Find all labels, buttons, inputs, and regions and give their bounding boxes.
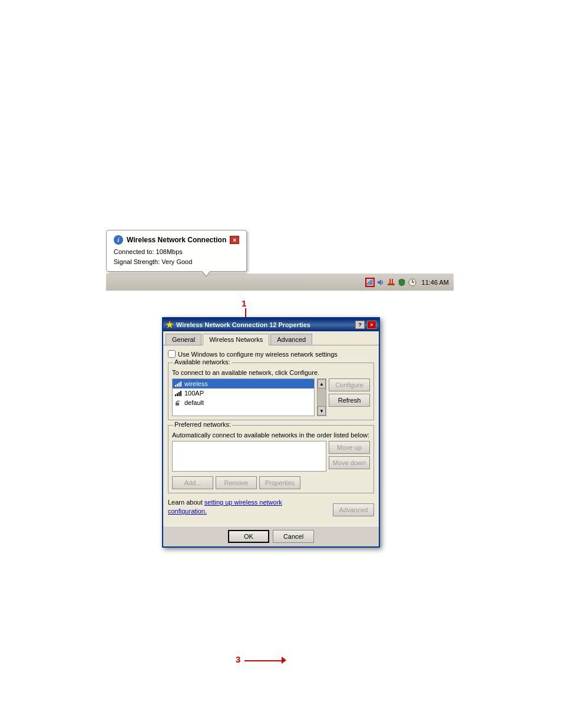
windows-configure-checkbox[interactable] <box>168 350 176 358</box>
clock-tray-icon[interactable] <box>408 278 417 287</box>
svg-rect-12 <box>177 384 178 387</box>
step3-label: 3 <box>236 654 240 664</box>
dialog-footer: OK Cancel <box>163 526 379 546</box>
scroll-down-button[interactable]: ▼ <box>318 406 326 416</box>
info-icon: i <box>114 235 123 245</box>
configure-button[interactable]: Configure <box>329 378 370 391</box>
dialog-close-button[interactable]: × <box>367 321 376 329</box>
windows-configure-checkbox-row: Use Windows to configure my wireless net… <box>168 350 374 358</box>
preferred-list-buttons: Move up Move down <box>329 441 370 469</box>
learn-link-area: Learn about setting up wireless network … <box>168 498 282 516</box>
tooltip-bubble: i Wireless Network Connection × Connecte… <box>106 230 247 272</box>
svg-rect-16 <box>177 393 178 396</box>
svg-rect-13 <box>178 383 180 387</box>
preferred-action-buttons: Add... Remove Properties <box>172 476 370 489</box>
tab-general[interactable]: General <box>166 334 201 345</box>
tooltip-close-button[interactable]: × <box>230 236 239 244</box>
step3-arrowhead <box>282 657 286 664</box>
preferred-networks-label: Preferred networks: <box>173 421 232 428</box>
network-item-default[interactable]: default <box>173 398 314 407</box>
windows-configure-label: Use Windows to configure my wireless net… <box>178 351 338 358</box>
properties-dialog: Wireless Network Connection 12 Propertie… <box>162 317 380 548</box>
network-item-100ap[interactable]: 100AP <box>173 388 314 398</box>
network-item-wireless[interactable]: wireless <box>173 379 314 388</box>
dialog-tabs: General Wireless Networks Advanced <box>163 331 379 345</box>
network-list[interactable]: wireless 100AP <box>172 378 315 416</box>
svg-rect-14 <box>180 381 181 387</box>
advanced-button[interactable]: Advanced <box>333 503 374 516</box>
move-up-button[interactable]: Move up <box>329 441 370 454</box>
network2-tray-icon[interactable] <box>386 278 396 287</box>
network-list-scrollbar[interactable]: ▲ ▼ <box>317 378 326 416</box>
taskbar-bar: 11:46 AM <box>106 273 454 291</box>
available-network-buttons: Configure Refresh <box>329 378 370 407</box>
properties-dialog-wrapper: Wireless Network Connection 12 Propertie… <box>162 317 380 548</box>
step3-arrow-line <box>244 660 283 661</box>
dialog-titlebar: Wireless Network Connection 12 Propertie… <box>163 318 379 331</box>
network-list-container: wireless 100AP <box>172 378 370 416</box>
scroll-track <box>318 388 326 406</box>
tab-advanced[interactable]: Advanced <box>270 334 312 345</box>
scroll-up-button[interactable]: ▲ <box>318 379 326 388</box>
svg-marker-4 <box>378 279 381 285</box>
move-down-button[interactable]: Move down <box>329 456 370 469</box>
tooltip-line2: Signal Strength: Very Good <box>114 257 239 267</box>
svg-rect-3 <box>371 279 372 284</box>
preferred-networks-desc: Automatically connect to available netwo… <box>172 431 370 439</box>
signal-icon-100ap <box>175 390 182 396</box>
dialog-body: Use Windows to configure my wireless net… <box>163 345 379 526</box>
refresh-button[interactable]: Refresh <box>329 394 370 407</box>
svg-rect-18 <box>180 391 181 396</box>
preferred-networks-content: Automatically connect to available netwo… <box>172 431 370 489</box>
remove-button[interactable]: Remove <box>216 476 257 489</box>
taskbar-time: 11:46 AM <box>422 279 449 286</box>
svg-rect-17 <box>178 392 180 396</box>
svg-rect-15 <box>175 394 176 396</box>
tab-wireless-networks[interactable]: Wireless Networks <box>203 334 269 345</box>
learn-text: Learn about <box>168 499 203 506</box>
dialog-title-icon <box>166 321 174 329</box>
svg-rect-6 <box>389 279 391 284</box>
available-networks-content: To connect to an available network, clic… <box>172 369 370 416</box>
tooltip-line1: Connected to: 108Mbps <box>114 247 239 257</box>
preferred-networks-group: Preferred networks: Automatically connec… <box>168 425 374 493</box>
signal-icon-default <box>175 400 182 406</box>
bottom-row: Learn about setting up wireless network … <box>168 498 374 516</box>
tooltip-title-text: Wireless Network Connection <box>127 236 226 244</box>
svg-rect-11 <box>175 385 176 387</box>
network-tray-icon[interactable] <box>365 278 375 287</box>
dialog-title-text: Wireless Network Connection 12 Propertie… <box>176 321 353 328</box>
svg-rect-1 <box>368 281 369 285</box>
add-button[interactable]: Add... <box>172 476 213 489</box>
dialog-help-button[interactable]: ? <box>355 321 365 329</box>
volume-tray-icon[interactable] <box>376 278 385 287</box>
properties-button[interactable]: Properties <box>259 476 300 489</box>
step1-label: 1 <box>242 298 246 308</box>
svg-rect-0 <box>366 282 368 284</box>
svg-rect-19 <box>176 403 179 406</box>
ok-button[interactable]: OK <box>228 530 269 543</box>
available-networks-group: Available networks: To connect to an ava… <box>168 363 374 420</box>
svg-rect-7 <box>392 279 393 284</box>
available-networks-desc: To connect to an available network, clic… <box>172 369 370 376</box>
cancel-button[interactable]: Cancel <box>273 530 314 543</box>
preferred-list[interactable] <box>172 441 326 472</box>
taskbar-icons <box>365 278 417 287</box>
taskbar-section: i Wireless Network Connection × Connecte… <box>106 230 454 291</box>
signal-icon-wireless <box>175 381 182 387</box>
svg-rect-2 <box>370 280 371 285</box>
available-networks-label: Available networks: <box>173 358 232 365</box>
tooltip-title: i Wireless Network Connection × <box>114 235 239 245</box>
svg-rect-5 <box>388 284 395 285</box>
shield-tray-icon[interactable] <box>397 278 406 287</box>
